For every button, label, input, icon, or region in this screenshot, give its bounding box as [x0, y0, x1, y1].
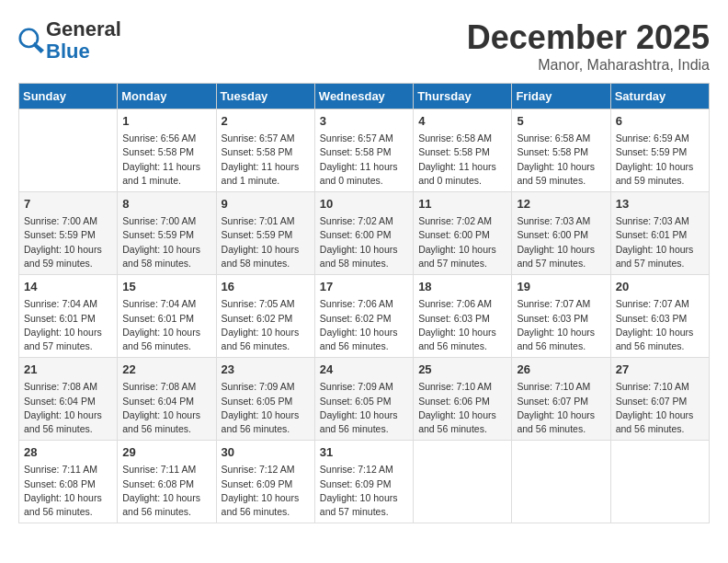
logo-general-text: General	[46, 17, 121, 40]
calendar-cell: 15Sunrise: 7:04 AM Sunset: 6:01 PM Dayli…	[118, 275, 216, 358]
calendar-cell: 25Sunrise: 7:10 AM Sunset: 6:06 PM Dayli…	[414, 358, 512, 441]
calendar-cell: 14Sunrise: 7:04 AM Sunset: 6:01 PM Dayli…	[19, 275, 118, 358]
day-number: 23	[222, 362, 310, 378]
day-number: 25	[418, 362, 506, 378]
calendar-week-row: 7Sunrise: 7:00 AM Sunset: 5:59 PM Daylig…	[19, 192, 710, 275]
day-number: 4	[418, 113, 506, 130]
day-number: 13	[616, 196, 704, 213]
calendar-cell: 26Sunrise: 7:10 AM Sunset: 6:07 PM Dayli…	[512, 358, 610, 441]
day-info: Sunrise: 7:06 AM Sunset: 6:02 PM Dayligh…	[320, 297, 408, 353]
day-info: Sunrise: 7:02 AM Sunset: 6:00 PM Dayligh…	[418, 214, 506, 270]
calendar-cell: 31Sunrise: 7:12 AM Sunset: 6:09 PM Dayli…	[314, 441, 413, 523]
calendar-cell: 28Sunrise: 7:11 AM Sunset: 6:08 PM Dayli…	[19, 441, 118, 523]
logo-icon	[18, 28, 44, 53]
day-number: 24	[320, 362, 408, 378]
day-number: 22	[122, 362, 210, 378]
calendar-cell	[610, 441, 709, 523]
calendar-cell: 21Sunrise: 7:08 AM Sunset: 6:04 PM Dayli…	[19, 358, 118, 441]
day-info: Sunrise: 7:12 AM Sunset: 6:09 PM Dayligh…	[320, 463, 408, 519]
day-info: Sunrise: 7:00 AM Sunset: 5:59 PM Dayligh…	[122, 214, 210, 270]
day-info: Sunrise: 6:59 AM Sunset: 5:59 PM Dayligh…	[616, 132, 704, 188]
day-info: Sunrise: 7:02 AM Sunset: 6:00 PM Dayligh…	[320, 214, 408, 270]
day-number: 5	[517, 113, 605, 130]
day-number: 7	[24, 196, 112, 213]
day-info: Sunrise: 7:09 AM Sunset: 6:05 PM Dayligh…	[320, 380, 408, 436]
calendar-cell: 10Sunrise: 7:02 AM Sunset: 6:00 PM Dayli…	[314, 192, 413, 275]
day-number: 9	[222, 196, 310, 213]
day-number: 16	[222, 279, 310, 295]
day-number: 8	[122, 196, 210, 213]
day-number: 27	[616, 362, 704, 378]
day-number: 3	[320, 113, 408, 130]
day-info: Sunrise: 6:57 AM Sunset: 5:58 PM Dayligh…	[320, 132, 408, 188]
month-title: December 2025	[467, 18, 710, 57]
page-header: General Blue December 2025 Manor, Mahara…	[18, 18, 710, 74]
day-number: 19	[517, 279, 605, 295]
calendar-cell: 9Sunrise: 7:01 AM Sunset: 5:59 PM Daylig…	[216, 192, 314, 275]
day-info: Sunrise: 7:08 AM Sunset: 6:04 PM Dayligh…	[122, 380, 210, 436]
day-info: Sunrise: 7:04 AM Sunset: 6:01 PM Dayligh…	[24, 297, 112, 353]
day-number: 15	[122, 279, 210, 295]
day-info: Sunrise: 6:57 AM Sunset: 5:58 PM Dayligh…	[222, 132, 310, 188]
calendar-cell: 16Sunrise: 7:05 AM Sunset: 6:02 PM Dayli…	[216, 275, 314, 358]
column-header-saturday: Saturday	[610, 84, 709, 109]
day-info: Sunrise: 7:10 AM Sunset: 6:07 PM Dayligh…	[616, 380, 704, 436]
location-text: Manor, Maharashtra, India	[467, 57, 710, 74]
day-info: Sunrise: 7:07 AM Sunset: 6:03 PM Dayligh…	[616, 297, 704, 353]
day-info: Sunrise: 6:58 AM Sunset: 5:58 PM Dayligh…	[517, 132, 605, 188]
title-block: December 2025 Manor, Maharashtra, India	[467, 18, 710, 74]
day-number: 11	[418, 196, 506, 213]
day-number: 20	[616, 279, 704, 295]
day-info: Sunrise: 7:11 AM Sunset: 6:08 PM Dayligh…	[24, 463, 112, 519]
logo: General Blue	[18, 18, 121, 63]
day-info: Sunrise: 7:12 AM Sunset: 6:09 PM Dayligh…	[222, 463, 310, 519]
calendar-cell: 18Sunrise: 7:06 AM Sunset: 6:03 PM Dayli…	[414, 275, 512, 358]
calendar-cell: 3Sunrise: 6:57 AM Sunset: 5:58 PM Daylig…	[314, 109, 413, 192]
day-number: 14	[24, 279, 112, 295]
calendar-cell: 6Sunrise: 6:59 AM Sunset: 5:59 PM Daylig…	[610, 109, 709, 192]
calendar-cell: 17Sunrise: 7:06 AM Sunset: 6:02 PM Dayli…	[314, 275, 413, 358]
day-info: Sunrise: 7:11 AM Sunset: 6:08 PM Dayligh…	[122, 463, 210, 519]
day-info: Sunrise: 6:56 AM Sunset: 5:58 PM Dayligh…	[122, 132, 210, 188]
day-number: 31	[320, 444, 408, 461]
calendar-cell	[19, 109, 118, 192]
day-number: 29	[122, 444, 210, 461]
day-number: 2	[222, 113, 310, 130]
column-header-friday: Friday	[512, 84, 610, 109]
column-header-tuesday: Tuesday	[216, 84, 314, 109]
calendar-cell: 30Sunrise: 7:12 AM Sunset: 6:09 PM Dayli…	[216, 441, 314, 523]
day-info: Sunrise: 6:58 AM Sunset: 5:58 PM Dayligh…	[418, 132, 506, 188]
calendar-cell: 24Sunrise: 7:09 AM Sunset: 6:05 PM Dayli…	[314, 358, 413, 441]
calendar-week-row: 28Sunrise: 7:11 AM Sunset: 6:08 PM Dayli…	[19, 441, 710, 523]
calendar-cell: 11Sunrise: 7:02 AM Sunset: 6:00 PM Dayli…	[414, 192, 512, 275]
day-info: Sunrise: 7:03 AM Sunset: 6:00 PM Dayligh…	[517, 214, 605, 270]
calendar-cell: 1Sunrise: 6:56 AM Sunset: 5:58 PM Daylig…	[118, 109, 216, 192]
column-header-monday: Monday	[118, 84, 216, 109]
calendar-table: SundayMondayTuesdayWednesdayThursdayFrid…	[18, 83, 710, 523]
calendar-cell: 22Sunrise: 7:08 AM Sunset: 6:04 PM Dayli…	[118, 358, 216, 441]
calendar-header-row: SundayMondayTuesdayWednesdayThursdayFrid…	[19, 84, 710, 109]
calendar-cell: 13Sunrise: 7:03 AM Sunset: 6:01 PM Dayli…	[610, 192, 709, 275]
svg-marker-1	[33, 42, 44, 53]
day-number: 18	[418, 279, 506, 295]
calendar-cell	[414, 441, 512, 523]
day-info: Sunrise: 7:06 AM Sunset: 6:03 PM Dayligh…	[418, 297, 506, 353]
day-number: 1	[122, 113, 210, 130]
calendar-cell: 8Sunrise: 7:00 AM Sunset: 5:59 PM Daylig…	[118, 192, 216, 275]
calendar-body: 1Sunrise: 6:56 AM Sunset: 5:58 PM Daylig…	[19, 109, 710, 523]
calendar-cell: 5Sunrise: 6:58 AM Sunset: 5:58 PM Daylig…	[512, 109, 610, 192]
calendar-cell	[512, 441, 610, 523]
calendar-week-row: 1Sunrise: 6:56 AM Sunset: 5:58 PM Daylig…	[19, 109, 710, 192]
calendar-cell: 4Sunrise: 6:58 AM Sunset: 5:58 PM Daylig…	[414, 109, 512, 192]
day-number: 6	[616, 113, 704, 130]
column-header-thursday: Thursday	[414, 84, 512, 109]
day-info: Sunrise: 7:07 AM Sunset: 6:03 PM Dayligh…	[517, 297, 605, 353]
calendar-cell: 29Sunrise: 7:11 AM Sunset: 6:08 PM Dayli…	[118, 441, 216, 523]
day-number: 12	[517, 196, 605, 213]
day-info: Sunrise: 7:01 AM Sunset: 5:59 PM Dayligh…	[222, 214, 310, 270]
calendar-cell: 23Sunrise: 7:09 AM Sunset: 6:05 PM Dayli…	[216, 358, 314, 441]
day-number: 10	[320, 196, 408, 213]
day-number: 26	[517, 362, 605, 378]
day-info: Sunrise: 7:05 AM Sunset: 6:02 PM Dayligh…	[222, 297, 310, 353]
calendar-cell: 27Sunrise: 7:10 AM Sunset: 6:07 PM Dayli…	[610, 358, 709, 441]
